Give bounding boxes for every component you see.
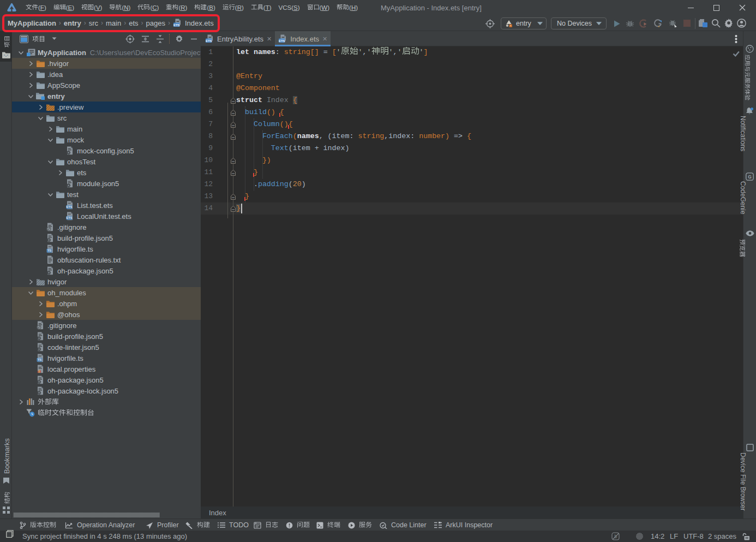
svg-text:ETS: ETS <box>67 216 73 219</box>
svg-text:ETS: ETS <box>206 39 212 43</box>
svg-text:TS: TS <box>47 249 52 252</box>
svg-text:ETS: ETS <box>67 205 73 209</box>
svg-text:TS: TS <box>38 358 42 361</box>
svg-text:G: G <box>748 174 752 180</box>
svg-text:ETS: ETS <box>279 39 285 43</box>
